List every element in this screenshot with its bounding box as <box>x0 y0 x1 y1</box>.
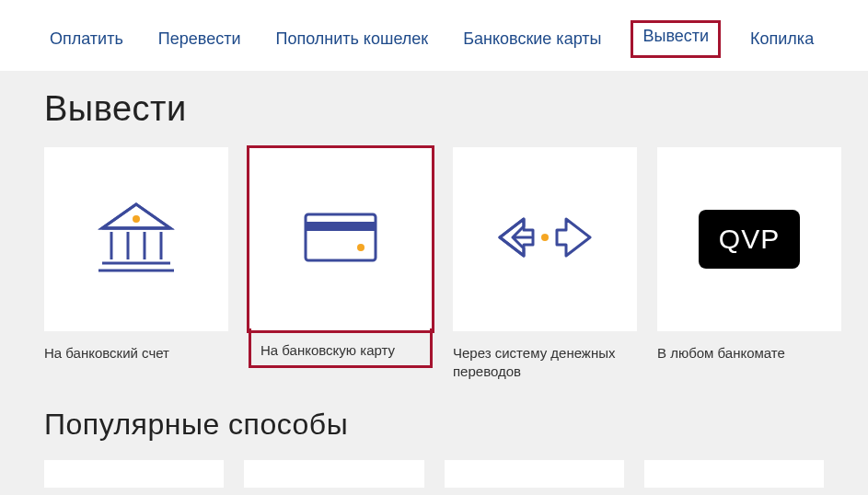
top-nav: Оплатить Перевести Пополнить кошелек Бан… <box>0 0 868 71</box>
page-title: Вывести <box>44 89 824 129</box>
popular-tile[interactable] <box>445 460 624 488</box>
tile-atm[interactable]: QVP В любом банкомате <box>657 147 841 380</box>
tile-label: В любом банкомате <box>657 331 841 363</box>
svg-rect-11 <box>306 222 376 231</box>
tile-label: Через систему денежных переводов <box>453 331 637 380</box>
tile-bank-card[interactable]: На банковскую карту <box>249 147 433 380</box>
svg-point-12 <box>357 244 365 251</box>
nav-pay[interactable]: Оплатить <box>44 26 129 52</box>
page-content: Вывести <box>0 71 868 488</box>
bank-icon <box>95 201 178 278</box>
qvp-badge-text: QVP <box>699 210 800 269</box>
qvp-icon: QVP <box>699 210 800 269</box>
popular-tile[interactable] <box>44 460 224 488</box>
nav-cards[interactable]: Банковские карты <box>457 26 607 52</box>
transfer-arrows-icon <box>494 210 596 269</box>
popular-tile[interactable] <box>644 460 824 488</box>
tile-box <box>249 147 433 331</box>
tile-box: QVP <box>657 147 841 331</box>
tile-box <box>453 147 637 331</box>
svg-point-13 <box>541 234 549 241</box>
tile-label: На банковский счет <box>44 331 228 363</box>
tile-money-transfer[interactable]: Через систему денежных переводов <box>453 147 637 380</box>
svg-point-9 <box>133 215 140 223</box>
svg-rect-10 <box>306 214 376 260</box>
nav-topup[interactable]: Пополнить кошелек <box>270 26 434 52</box>
tile-box <box>44 147 228 331</box>
nav-withdraw[interactable]: Вывести <box>631 20 721 58</box>
withdraw-options: На банковский счет На банковскую карту <box>44 147 824 380</box>
popular-tile[interactable] <box>244 460 423 488</box>
popular-heading: Популярные способы <box>44 408 824 442</box>
card-icon <box>304 213 377 267</box>
nav-transfer[interactable]: Перевести <box>153 26 247 52</box>
tile-label: На банковскую карту <box>249 328 433 368</box>
nav-piggybank[interactable]: Копилка <box>745 26 819 52</box>
tile-bank-account[interactable]: На банковский счет <box>44 147 228 380</box>
popular-options <box>44 460 824 488</box>
